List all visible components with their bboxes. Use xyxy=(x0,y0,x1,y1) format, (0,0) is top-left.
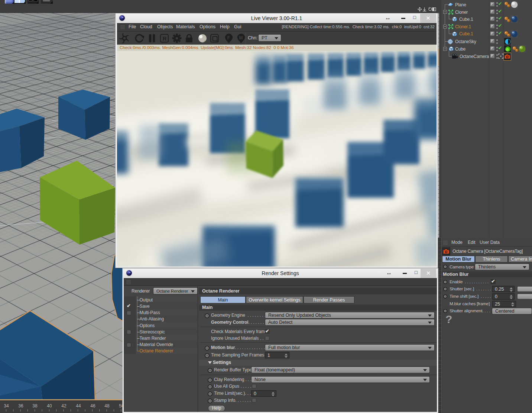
svg-text:R: R xyxy=(163,35,167,42)
svg-text:F: F xyxy=(227,35,230,41)
svg-text:M: M xyxy=(239,35,243,41)
